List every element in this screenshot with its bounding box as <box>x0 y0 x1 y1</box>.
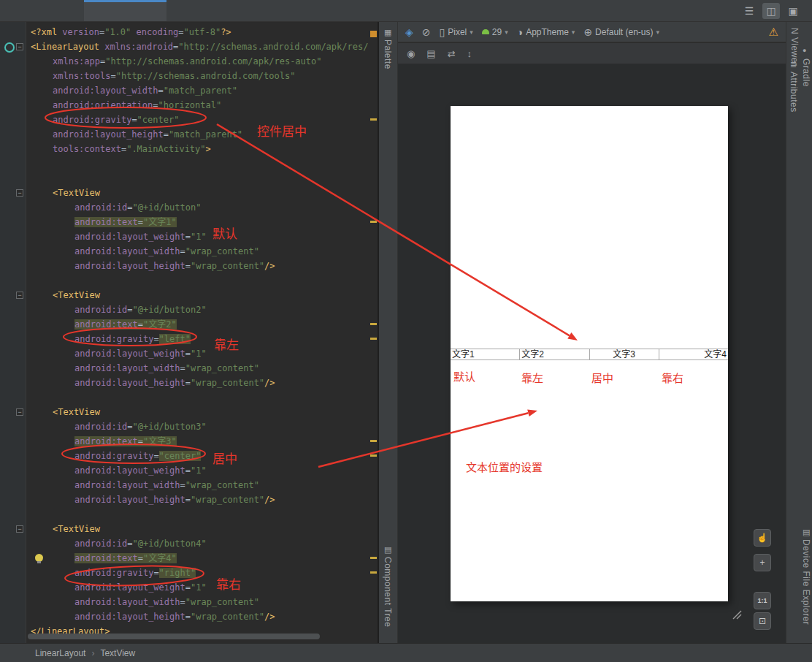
zoom-fit-button[interactable]: ⊡ <box>754 612 771 630</box>
design-surface-icon[interactable]: ◈ <box>405 26 413 38</box>
chevron-down-icon: ▾ <box>656 28 659 36</box>
blueprint-icon[interactable]: ⊘ <box>422 26 431 38</box>
theme-selector[interactable]: ◑ AppTheme ▾ <box>517 26 575 38</box>
code-line[interactable]: <TextView <box>26 186 369 200</box>
code-line[interactable]: android:layout_height="wrap_content"/> <box>26 492 369 507</box>
code-line[interactable] <box>26 273 369 288</box>
gutter-preview-icon[interactable] <box>4 42 15 53</box>
code-line[interactable]: android:layout_height="wrap_content"/> <box>26 259 369 273</box>
tab-component-tree[interactable]: Component Tree <box>383 557 393 627</box>
code-line[interactable]: android:layout_weight="1" <box>26 580 369 595</box>
preview-textview[interactable]: 文字4 <box>659 349 728 359</box>
tab-device-file-explorer[interactable]: Device File Explorer <box>801 539 811 625</box>
preview-textview[interactable]: 文字1 <box>451 349 520 359</box>
theme-label: AppTheme <box>526 27 569 37</box>
code-line[interactable]: <TextView <box>26 405 369 419</box>
warning-icon[interactable]: ⚠ <box>769 26 778 39</box>
code-line[interactable] <box>26 507 369 522</box>
tab-gradle[interactable]: Gradle <box>801 58 811 87</box>
horizontal-scrollbar[interactable] <box>28 634 320 639</box>
device-selector[interactable]: ▯ Pixel ▾ <box>440 26 473 38</box>
code-line[interactable]: xmlns:tools="http://schemas.android.com/… <box>26 69 369 83</box>
code-line[interactable]: android:text="文字4" <box>26 551 369 566</box>
code-line[interactable]: android:layout_width="wrap_content" <box>26 244 369 259</box>
zoom-ratio-button[interactable]: 1:1 <box>754 592 771 609</box>
code-line[interactable]: android:layout_width="wrap_content" <box>26 478 369 492</box>
fold-marker-icon[interactable]: − <box>16 408 23 416</box>
code-line[interactable]: android:gravity="center" <box>26 113 369 127</box>
android-studio-window: ☰ ◫ ▣ −−−−− <?xml version="1.0" encoding… <box>0 0 812 662</box>
active-tab-indicator <box>84 0 166 2</box>
chevron-down-icon: ▾ <box>505 28 508 36</box>
palette-icon: ▦ <box>384 28 391 37</box>
attributes-icon: ≣ <box>790 60 797 69</box>
api-level-selector[interactable]: 29 ▾ <box>482 27 508 37</box>
view-options-icon[interactable]: ◉ <box>407 48 415 59</box>
code-line[interactable]: android:layout_weight="1" <box>26 229 369 244</box>
code-line[interactable]: android:layout_height="wrap_content"/> <box>26 609 369 624</box>
fold-marker-icon[interactable]: − <box>16 43 23 50</box>
code-line[interactable]: <TextView <box>26 522 369 536</box>
fold-marker-icon[interactable]: − <box>16 292 23 299</box>
active-file-tab[interactable] <box>84 0 166 21</box>
design-toolbar-secondary: ◉ ▤ ⇄ ↕ <box>398 43 786 64</box>
tab-attributes[interactable]: Attributes <box>789 72 799 113</box>
code-line[interactable]: android:id="@+id/button" <box>26 200 369 215</box>
code-line[interactable]: android:id="@+id/button4" <box>26 536 369 551</box>
code-line[interactable]: <?xml version="1.0" encoding="utf-8"?> <box>26 25 369 39</box>
code-line[interactable]: xmlns:app="http://schemas.android.com/ap… <box>26 54 369 69</box>
preview-textview-row[interactable]: 文字1文字2文字3文字4 <box>451 349 728 360</box>
zoom-in-button[interactable]: + <box>754 554 771 571</box>
code-line[interactable]: android:layout_height="wrap_content"/> <box>26 376 369 390</box>
status-bar: LinearLayout › TextView <box>0 643 812 662</box>
code-editor[interactable]: <?xml version="1.0" encoding="utf-8"?><L… <box>26 22 369 636</box>
split-view-icon[interactable]: ◫ <box>762 3 780 19</box>
code-view-icon[interactable]: ☰ <box>740 3 758 19</box>
file-status-indicator <box>370 31 377 37</box>
code-line[interactable]: android:orientation="horizontal" <box>26 98 369 113</box>
stripe-mark <box>370 440 377 442</box>
locale-selector[interactable]: ⊕ Default (en-us) ▾ <box>583 26 659 38</box>
fold-marker-icon[interactable]: − <box>16 525 23 533</box>
design-tool-strip-left: ▦ Palette ▤ Component Tree <box>379 22 398 643</box>
code-line[interactable]: android:text="文字2" <box>26 317 369 332</box>
code-line[interactable]: android:gravity="center" <box>26 449 369 463</box>
code-line[interactable]: android:layout_height="match_parent" <box>26 127 369 142</box>
code-line[interactable] <box>26 390 369 405</box>
code-line[interactable]: android:text="文字1" <box>26 215 369 229</box>
code-line[interactable]: android:id="@+id/button3" <box>26 419 369 434</box>
pan-button[interactable]: ☝ <box>754 529 771 547</box>
code-line[interactable]: <LinearLayout xmlns:android="http://sche… <box>26 39 369 54</box>
code-line[interactable]: <TextView <box>26 288 369 303</box>
code-line[interactable]: android:layout_width="wrap_content" <box>26 361 369 376</box>
stripe-mark <box>370 323 377 325</box>
error-stripe[interactable] <box>369 22 379 643</box>
code-line[interactable]: android:gravity="right" <box>26 566 369 580</box>
code-line[interactable]: android:id="@+id/button2" <box>26 303 369 317</box>
code-line[interactable]: tools:context=".MainActivity"> <box>26 142 369 156</box>
chevron-down-icon: ▾ <box>572 28 575 36</box>
breadcrumb-linearlayout[interactable]: LinearLayout <box>35 648 85 658</box>
design-view-icon[interactable]: ▣ <box>784 3 802 19</box>
locale-label: Default (en-us) <box>595 27 653 37</box>
code-line[interactable]: android:gravity="left" <box>26 332 369 346</box>
breadcrumb-textview[interactable]: TextView <box>100 648 135 658</box>
canvas-resize-handle[interactable] <box>730 608 742 620</box>
tab-palette[interactable]: Palette <box>383 39 393 69</box>
code-line[interactable] <box>26 156 369 171</box>
fold-marker-icon[interactable]: − <box>16 189 23 197</box>
resize-layout-icon[interactable]: ↕ <box>467 48 472 59</box>
swap-orientation-icon[interactable]: ⇄ <box>448 48 456 59</box>
code-line[interactable]: android:text="文字3" <box>26 434 369 449</box>
preview-textview[interactable]: 文字3 <box>590 349 659 359</box>
preview-textview[interactable]: 文字2 <box>520 349 589 359</box>
layout-variants-icon[interactable]: ▤ <box>426 48 435 59</box>
stripe-mark <box>370 221 377 223</box>
intention-bulb-icon[interactable] <box>35 554 43 562</box>
code-line[interactable]: android:layout_width="match_parent" <box>26 83 369 98</box>
code-line[interactable] <box>26 171 369 186</box>
code-line[interactable]: android:layout_width="wrap_content" <box>26 595 369 609</box>
code-line[interactable]: android:layout_weight="1" <box>26 463 369 478</box>
code-line[interactable]: android:layout_weight="1" <box>26 346 369 361</box>
editor-gutter: −−−−− <box>0 22 26 643</box>
